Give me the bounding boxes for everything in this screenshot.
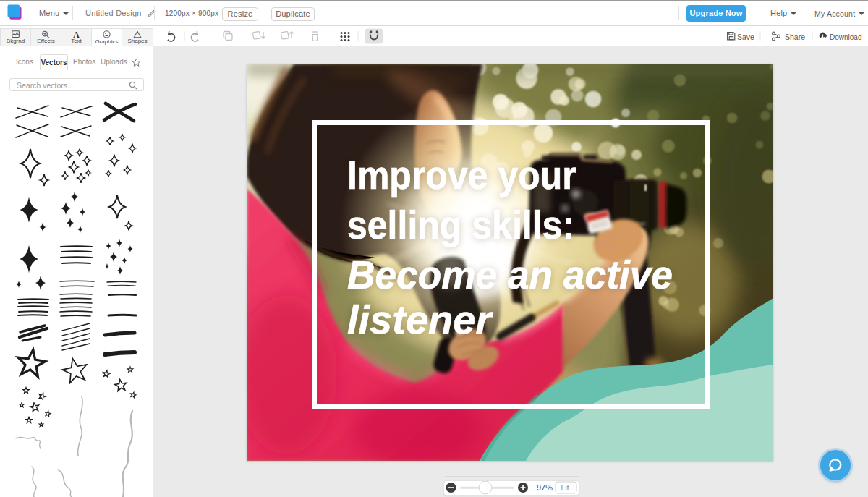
svg-text:Download: Download <box>830 33 861 41</box>
svg-text:Share: Share <box>785 33 805 41</box>
svg-text:97%: 97% <box>537 483 553 492</box>
svg-text:Fit: Fit <box>561 484 569 492</box>
svg-text:Save: Save <box>737 33 754 41</box>
